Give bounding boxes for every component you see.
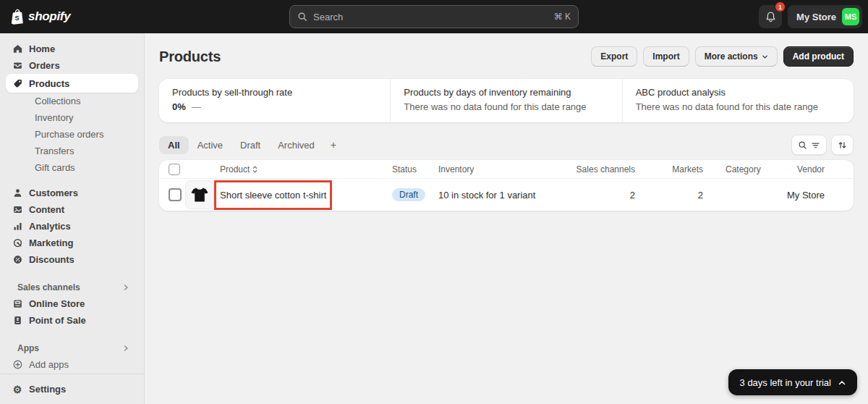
sidebar-item-marketing[interactable]: Marketing [6,235,138,251]
store-name: My Store [796,12,836,22]
sidebar-item-purchase-orders[interactable]: Purchase orders [6,126,138,143]
search-shortcut: ⌘ K [554,12,571,22]
column-product[interactable]: Product [220,164,392,174]
status-badge: Draft [392,188,425,201]
shopify-logo[interactable]: S shopify [10,9,70,25]
column-vendor[interactable]: Vendor [775,164,854,174]
table-header-row: Product Status Inventory Sales channels … [159,160,854,178]
global-search[interactable]: ⌘ K [289,5,579,28]
sidebar-item-add-apps[interactable]: Add apps [6,356,138,373]
tshirt-image [188,183,211,206]
sidebar-item-collections[interactable]: Collections [6,93,138,109]
chevron-up-icon [838,380,846,385]
inventory-cell: 10 in stock for 1 variant [438,190,566,201]
topbar: S shopify ⌘ K 1 My Store MS [0,0,868,33]
storefront-icon [12,298,23,309]
main-content: Products Export Import More actions Add … [145,33,868,404]
trend-dash: — [192,101,201,112]
sort-arrows-icon [838,140,847,150]
search-and-filter-button[interactable] [791,135,827,155]
notification-badge: 1 [775,1,786,12]
sidebar: Home Orders Products Collections Invento… [0,33,145,404]
sidebar-item-discounts[interactable]: Discounts [6,251,138,268]
select-all-checkbox[interactable] [169,164,180,175]
sidebar-section-sales-channels[interactable]: Sales channels [6,279,138,295]
marketing-icon [12,237,23,248]
topbar-right: 1 My Store MS [759,5,862,28]
sidebar-item-analytics[interactable]: Analytics [6,218,138,235]
vendor-cell: My Store [775,190,854,201]
tab-archived[interactable]: Archived [269,136,323,154]
customers-icon [12,188,23,198]
insight-abc-analysis[interactable]: ABC product analysis There was no data f… [622,79,854,122]
markets-cell: 2 [645,190,713,201]
table-row[interactable]: Short sleeve cotton t-shirt Draft 10 in … [159,178,854,211]
sidebar-item-home[interactable]: Home [6,41,138,57]
chevron-down-icon [762,54,768,60]
orders-icon [12,60,23,71]
notifications-button[interactable]: 1 [759,5,782,28]
add-view-button[interactable]: + [323,135,344,154]
column-sales-channels[interactable]: Sales channels [566,164,645,174]
import-button[interactable]: Import [643,46,689,67]
plus-circle-icon [12,359,23,370]
search-icon [297,12,307,22]
bell-icon [765,11,777,23]
store-menu-button[interactable]: My Store MS [788,5,862,28]
column-status[interactable]: Status [392,164,438,174]
product-insights-card: Products by sell-through rate 0%— Produc… [159,79,854,122]
sidebar-item-online-store[interactable]: Online Store [6,295,138,312]
tag-icon [12,78,23,89]
more-actions-button[interactable]: More actions [695,46,778,67]
column-inventory[interactable]: Inventory [438,164,566,174]
insight-days-of-inventory[interactable]: Products by days of inventory remaining … [390,79,621,122]
products-table: Product Status Inventory Sales channels … [159,160,854,211]
sidebar-item-point-of-sale[interactable]: Point of Sale [6,312,138,329]
sort-toggle-icon [252,165,258,174]
sidebar-footer: ⚙ Settings [0,374,144,404]
sidebar-section-apps[interactable]: Apps [6,340,138,356]
sidebar-item-gift-cards[interactable]: Gift cards [6,159,138,176]
shopify-wordmark: shopify [28,9,70,24]
column-markets[interactable]: Markets [645,164,713,174]
search-icon [798,140,807,150]
shopify-bag-icon: S [10,9,25,25]
gear-icon: ⚙ [12,384,23,395]
chevron-right-icon [122,345,129,352]
export-button[interactable]: Export [591,46,637,67]
chevron-right-icon [122,284,129,291]
discount-icon [12,254,23,265]
sidebar-item-content[interactable]: Content [6,201,138,218]
column-category[interactable]: Category [713,164,775,174]
add-product-button[interactable]: Add product [783,46,854,67]
svg-text:S: S [15,14,20,22]
store-avatar: MS [842,8,859,25]
insight-sell-through-rate[interactable]: Products by sell-through rate 0%— [159,79,390,122]
shopify-admin: S shopify ⌘ K 1 My Store MS [0,0,868,404]
sales-channels-cell: 2 [566,190,645,201]
tab-active[interactable]: Active [189,136,231,154]
search-input[interactable] [313,12,548,22]
sidebar-item-products[interactable]: Products [6,74,138,93]
trial-banner-button[interactable]: 3 days left in your trial [728,369,857,395]
filter-icon [811,140,820,150]
page-title: Products [159,49,221,65]
pos-icon [12,315,23,326]
list-filter-tabs: All Active Draft Archived + [159,134,854,156]
tab-all[interactable]: All [159,136,189,154]
product-thumbnail [185,180,214,209]
sidebar-item-settings[interactable]: ⚙ Settings [6,381,138,397]
sidebar-item-customers[interactable]: Customers [6,185,138,201]
sidebar-item-transfers[interactable]: Transfers [6,143,138,159]
row-checkbox[interactable] [169,188,182,201]
bar-chart-icon [12,221,23,232]
content-icon [12,204,23,215]
home-icon [12,43,23,54]
product-name[interactable]: Short sleeve cotton t-shirt [220,190,392,201]
sort-button[interactable] [831,135,854,155]
sidebar-item-orders[interactable]: Orders [6,57,138,74]
sidebar-item-inventory[interactable]: Inventory [6,109,138,126]
tab-draft[interactable]: Draft [231,136,269,154]
